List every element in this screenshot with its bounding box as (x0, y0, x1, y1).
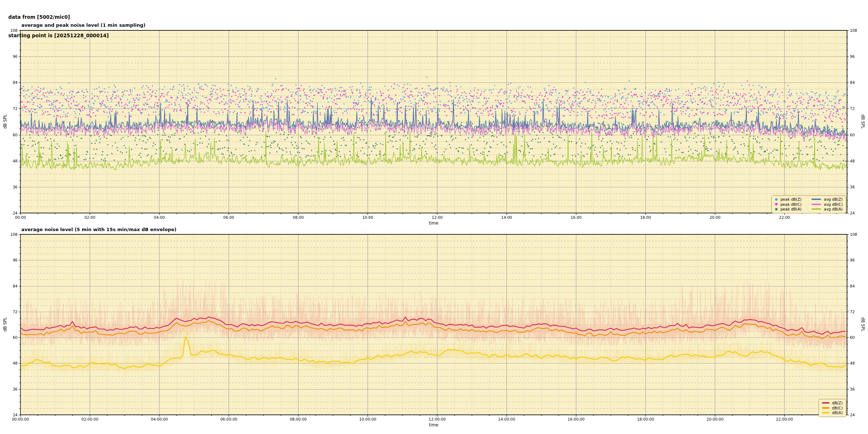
chart2-y-tick-right: 60 (850, 335, 864, 340)
avg_dbz-swatch-icon (812, 199, 821, 200)
chart2-x-tick: 16:00:00 (562, 417, 591, 421)
chart2-y-tick-left: 36 (3, 387, 18, 391)
chart2-x-tick: 04:00:00 (145, 417, 174, 421)
dbz-swatch-icon (822, 402, 829, 404)
chart1-legend-row: peak dB(Z)avg dB(Z) (775, 197, 843, 202)
chart1-yaxis-label-left: dB SPL (3, 114, 8, 129)
dbz-legend-label: dB(Z) (832, 401, 843, 405)
chart1-legend: peak dB(Z)avg dB(Z)peak dB(C)avg dB(C)pe… (771, 195, 846, 213)
chart1-y-tick-left: 84 (3, 80, 18, 85)
chart2-y-tick-left: 84 (3, 284, 18, 288)
chart2-x-tick: 00:00:00 (6, 417, 35, 421)
chart1-y-tick-right: 60 (850, 133, 864, 137)
chart1-y-tick-right: 96 (850, 54, 864, 59)
chart2-x-tick: 22:00:00 (770, 417, 799, 421)
chart2-y-tick-right: 96 (850, 258, 864, 262)
chart2-y-tick-right: 108 (850, 232, 864, 237)
chart2-xaxis-label: time (412, 422, 455, 427)
chart2-y-tick-left: 24 (3, 413, 18, 417)
chart2-legend-row: dB(A) (822, 410, 843, 415)
chart2-x-tick: 14:00:00 (492, 417, 521, 421)
chart1-y-tick-right: 108 (850, 28, 864, 33)
chart2-legend-row: dB(C) (822, 406, 843, 410)
chart1-x-tick: 18:00 (631, 215, 660, 220)
dba-legend-label: dB(A) (832, 410, 843, 415)
chart1-y-tick-left: 36 (3, 185, 18, 189)
chart1-x-tick: 08:00 (284, 215, 313, 220)
chart2-x-tick: 20:00:00 (701, 417, 729, 421)
chart1-x-tick: 10:00 (353, 215, 382, 220)
peak_dba-legend-label: peak dB(A) (780, 207, 804, 212)
dbc-swatch-icon (822, 407, 829, 409)
chart2-x-tick: 18:00:00 (631, 417, 660, 421)
chart1-x-tick: 20:00 (701, 215, 729, 220)
chart1-x-tick: 12:00 (423, 215, 452, 220)
chart1-y-tick-right: 84 (850, 80, 864, 85)
chart2-legend: dB(Z)dB(C)dB(A) (818, 399, 846, 417)
chart2-y-tick-right: 72 (850, 310, 864, 314)
chart1-yaxis-label-right: dB SPL (860, 114, 865, 129)
chart1-xaxis-label: time (412, 221, 455, 226)
chart2-legend-row: dB(Z) (822, 401, 843, 405)
avg_dbc-swatch-icon (812, 204, 821, 205)
header-starting-point: starting point is [20251228_000014] (8, 33, 109, 39)
avg_dba-legend-label: avg dB(A) (824, 207, 843, 212)
chart1-legend-row: peak dB(A)avg dB(A) (775, 207, 843, 212)
chart2-y-tick-right: 24 (850, 413, 864, 417)
peak_dba-marker-icon (775, 208, 778, 210)
chart1-x-tick: 16:00 (562, 215, 591, 220)
avg_dbc-legend-label: avg dB(C) (824, 202, 843, 207)
avg_dba-swatch-icon (812, 208, 821, 210)
chart2-y-tick-left: 96 (3, 258, 18, 262)
dba-swatch-icon (822, 412, 829, 413)
chart1-x-tick: 22:00 (770, 215, 799, 220)
chart2-y-tick-right: 48 (850, 361, 864, 365)
chart2-y-tick-left: 48 (3, 361, 18, 365)
avg_dbz-legend-label: avg dB(Z) (824, 197, 843, 202)
peak_dbc-legend-label: peak dB(C) (780, 202, 804, 207)
dbc-legend-label: dB(C) (832, 406, 843, 410)
chart2-y-tick-right: 36 (850, 387, 864, 391)
chart1-x-tick: 00:00 (6, 215, 35, 220)
chart1-y-tick-right: 72 (850, 106, 864, 111)
chart1-x-tick: 04:00 (145, 215, 174, 220)
chart2-y-tick-left: 72 (3, 310, 18, 314)
chart1-y-tick-left: 48 (3, 159, 18, 163)
chart1-y-tick-left: 60 (3, 133, 18, 137)
chart1-y-tick-left: 72 (3, 106, 18, 111)
chart2-x-tick: 12:00:00 (423, 417, 452, 421)
chart2-x-tick: 08:00:00 (284, 417, 313, 421)
chart2-x-tick: 02:00:00 (76, 417, 105, 421)
chart2-y-tick-left: 60 (3, 335, 18, 340)
chart1-y-tick-left: 96 (3, 54, 18, 59)
chart1-y-tick-right: 36 (850, 185, 864, 189)
chart1-y-tick-left: 108 (3, 28, 18, 33)
chart2-title: average noise level (5 min with 15s min/… (21, 227, 176, 232)
chart2-y-tick-right: 84 (850, 284, 864, 288)
chart2-x-tick: 10:00:00 (353, 417, 382, 421)
chart1-y-tick-right: 24 (850, 211, 864, 215)
chart1-x-tick: 06:00 (214, 215, 243, 220)
chart1-title: average and peak noise level (1 min samp… (21, 22, 145, 28)
chart1-y-tick-left: 24 (3, 211, 18, 215)
peak_dbz-legend-label: peak dB(Z) (780, 197, 804, 202)
screenshot-root: data from [5002/mic0] starting point is … (0, 0, 868, 434)
chart2-yaxis-label-right: dB SPL (860, 317, 865, 332)
chart2-yaxis-label-left: dB SPL (3, 317, 8, 332)
chart1-legend-row: peak dB(C)avg dB(C) (775, 202, 843, 207)
chart1-y-tick-right: 48 (850, 159, 864, 163)
peak_dbz-marker-icon (775, 198, 778, 201)
chart2-y-tick-left: 108 (3, 232, 18, 237)
header-data-source: data from [5002/mic0] (8, 14, 109, 20)
chart2-x-tick: 06:00:00 (214, 417, 243, 421)
chart1-x-tick: 14:00 (492, 215, 521, 220)
peak_dbc-marker-icon (775, 203, 778, 205)
chart1-x-tick: 02:00 (76, 215, 105, 220)
